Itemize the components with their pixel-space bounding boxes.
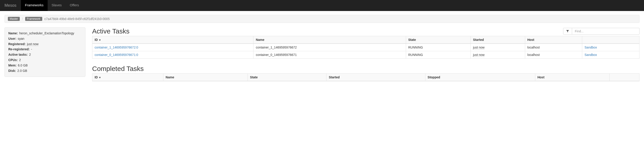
filter-icon [566, 30, 569, 33]
value-user: syan [18, 36, 24, 42]
label-mem: Mem [8, 63, 17, 68]
breadcrumb: Master / Framework c7a478d4-49bd-48e9-84… [4, 15, 640, 23]
col-started[interactable]: Started [471, 36, 525, 44]
table-row: container_1_1469595976672:0 container_1_… [92, 44, 640, 51]
completed-tasks-heading: Completed Tasks [92, 65, 640, 72]
value-active-tasks: 2 [29, 52, 31, 58]
value-cpus: 2 [19, 58, 21, 63]
value-name: heron_scheduler_ExclamationTopology [19, 31, 74, 36]
sandbox-link[interactable]: Sandbox [584, 53, 597, 56]
sort-indicator-icon: ▼ [99, 38, 101, 41]
task-id-link[interactable]: container_0_1469595976671:0 [94, 53, 138, 56]
col-name[interactable]: Name [163, 74, 248, 81]
task-state: RUNNING [406, 44, 470, 51]
col-id[interactable]: ID ▼ [92, 36, 254, 44]
task-host: localhost [525, 44, 582, 51]
task-id-link[interactable]: container_1_1469595976672:0 [94, 46, 138, 49]
nav-offers[interactable]: Offers [66, 0, 83, 11]
label-registered: Registered [8, 42, 26, 47]
breadcrumb-master-pill[interactable]: Master [8, 17, 20, 21]
value-registered: just now [27, 42, 38, 47]
value-reregistered: - [31, 47, 32, 52]
label-reregistered: Re-registered [8, 47, 30, 52]
task-started: just now [473, 53, 484, 57]
col-state[interactable]: State [248, 74, 326, 81]
label-disk: Disk [8, 68, 16, 74]
active-tasks-table: ID ▼ Name State Started Host container_1… [92, 36, 640, 58]
col-state[interactable]: State [406, 36, 470, 44]
filter-button[interactable] [563, 28, 572, 34]
navbar: Mesos Frameworks Slaves Offers [0, 0, 644, 11]
label-name: Name [8, 31, 18, 36]
col-host[interactable]: Host [525, 36, 582, 44]
table-row: container_0_1469595976671:0 container_0_… [92, 51, 640, 58]
col-host[interactable]: Host [535, 74, 610, 81]
nav-slaves[interactable]: Slaves [48, 0, 66, 11]
sandbox-link[interactable]: Sandbox [584, 46, 597, 49]
col-id[interactable]: ID ▼ [92, 74, 163, 81]
col-name[interactable]: Name [254, 36, 406, 44]
task-host: localhost [525, 51, 582, 58]
col-actions [582, 36, 640, 44]
label-active-tasks: Active tasks [8, 52, 28, 58]
active-tasks-heading: Active Tasks [92, 28, 130, 35]
filter-input[interactable] [572, 28, 640, 34]
task-name: container_0_1469595976671 [254, 51, 406, 58]
framework-info-panel: Nameheron_scheduler_ExclamationTopology … [4, 28, 86, 77]
col-stopped[interactable]: Stopped [425, 74, 535, 81]
filter-group [563, 28, 640, 34]
task-state: RUNNING [406, 51, 470, 58]
breadcrumb-framework-pill[interactable]: Framework [25, 17, 42, 21]
col-started[interactable]: Started [326, 74, 425, 81]
breadcrumb-separator: / [22, 17, 23, 21]
value-mem: 6.0 GB [18, 63, 28, 68]
col-actions [610, 74, 639, 81]
sort-indicator-icon: ▼ [99, 76, 101, 79]
value-disk: 2.0 GB [17, 68, 27, 74]
breadcrumb-id: c7a478d4-49bd-48e9-845f-c62f1df241b3-000… [44, 17, 110, 21]
completed-tasks-table: ID ▼ Name State Started Stopped Host [92, 74, 640, 81]
brand[interactable]: Mesos [4, 0, 21, 11]
task-started: just now [473, 46, 484, 50]
nav-frameworks[interactable]: Frameworks [21, 0, 48, 11]
task-name: container_1_1469595976672 [254, 44, 406, 51]
label-cpus: CPUs [8, 58, 18, 63]
label-user: User [8, 36, 16, 42]
